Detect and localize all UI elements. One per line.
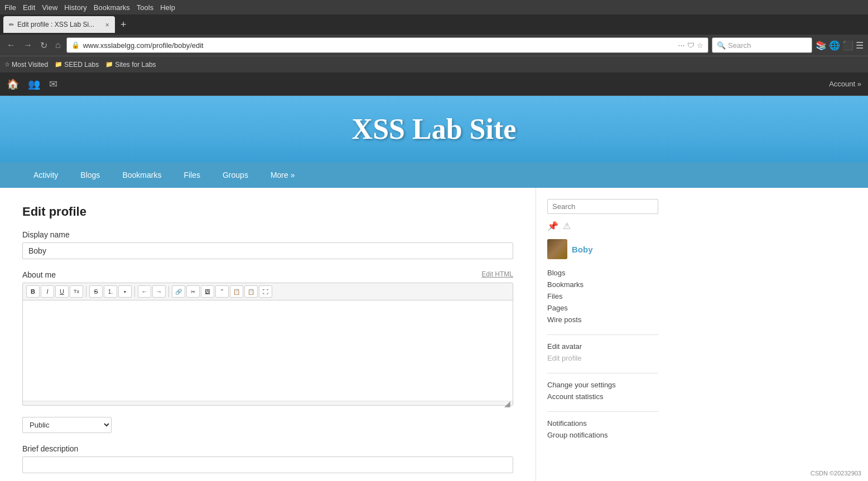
sidebar-user: Boby (547, 239, 658, 259)
rte-body[interactable] (23, 300, 513, 401)
nav-bookmarks[interactable]: Bookmarks (111, 162, 172, 188)
nav-activity[interactable]: Activity (22, 162, 69, 188)
browser-nav-bar: ← → ↻ ⌂ 🔒 www.xsslabelgg.com/profile/bob… (0, 35, 868, 56)
sidebar-link-edit-avatar[interactable]: Edit avatar (547, 341, 658, 352)
warning-icon[interactable]: ⚠ (563, 221, 571, 231)
sidebar-link-bookmarks[interactable]: Bookmarks (547, 279, 658, 290)
rte-toolbar: B I U Tx S 1. • ← → 🔗 ✂ 🖼 " 📋 (23, 283, 513, 300)
nav-groups[interactable]: Groups (211, 162, 259, 188)
sidebar-toggle-icon[interactable]: ⬛ (842, 40, 853, 51)
menu-file[interactable]: File (4, 3, 16, 12)
sync-icon[interactable]: 🌐 (829, 40, 840, 51)
sidebar-link-files[interactable]: Files (547, 290, 658, 302)
bookmark-sites-for-labs-label: Sites for Labs (115, 61, 156, 69)
sidebar-search-input[interactable] (547, 199, 658, 214)
reader-icon[interactable]: ⋯ (678, 41, 685, 50)
rte-strikethrough-button[interactable]: S (89, 285, 103, 298)
avatar (547, 239, 567, 259)
sidebar-link-blogs[interactable]: Blogs (547, 267, 658, 279)
sidebar-icons: 📌 ⚠ (547, 221, 658, 231)
footer-text: CSDN ©20232903 (811, 470, 861, 477)
rte-bold-button[interactable]: B (26, 285, 40, 298)
bookmark-star-icon[interactable]: ☆ (697, 41, 703, 50)
folder-icon: 📁 (55, 61, 62, 68)
about-me-privacy-group: Public Friends Private (22, 417, 513, 433)
bookmark-seed-labs[interactable]: 📁 SEED Labs (55, 61, 99, 69)
rte-container: B I U Tx S 1. • ← → 🔗 ✂ 🖼 " 📋 (22, 283, 513, 406)
nav-blogs[interactable]: Blogs (69, 162, 111, 188)
site-toolbar: 🏠 👥 ✉ Account » (0, 72, 868, 96)
address-bar-icons: ⋯ 🛡 ☆ (678, 41, 703, 50)
menu-history[interactable]: History (64, 3, 86, 12)
back-button[interactable]: ← (4, 39, 18, 51)
rte-redo-button[interactable]: → (152, 285, 166, 298)
menu-help[interactable]: Help (160, 3, 175, 12)
account-button[interactable]: Account » (829, 80, 861, 88)
sidebar-edit-links: Edit avatar Edit profile (547, 341, 658, 364)
pin-icon[interactable]: 📌 (547, 221, 558, 231)
sidebar-link-pages[interactable]: Pages (547, 302, 658, 314)
rte-resize-handle[interactable]: ◢ (23, 401, 513, 405)
menu-view[interactable]: View (42, 3, 57, 12)
edit-html-link[interactable]: Edit HTML (481, 270, 513, 278)
rte-unlink-button[interactable]: ✂ (186, 285, 200, 298)
search-icon: 🔍 (717, 41, 726, 50)
nav-files[interactable]: Files (172, 162, 211, 188)
rte-link-button[interactable]: 🔗 (172, 285, 185, 298)
sidebar: 📌 ⚠ Boby Blogs Bookmarks Files Pages Wir… (536, 188, 669, 481)
address-bar[interactable]: 🔒 www.xsslabelgg.com/profile/boby/edit ⋯… (66, 37, 708, 53)
menu-icon[interactable]: ☰ (856, 40, 864, 51)
display-name-input[interactable] (22, 242, 513, 259)
rte-image-button[interactable]: 🖼 (201, 285, 214, 298)
rte-italic-button[interactable]: I (41, 285, 54, 298)
sidebar-link-group-notifications[interactable]: Group notifications (547, 429, 658, 441)
sidebar-username[interactable]: Boby (572, 245, 593, 254)
about-me-privacy-select[interactable]: Public Friends Private (22, 417, 112, 433)
sidebar-link-edit-profile[interactable]: Edit profile (547, 352, 658, 364)
sidebar-link-account-stats[interactable]: Account statistics (547, 391, 658, 402)
site-toolbar-icons: 🏠 👥 ✉ (7, 78, 57, 90)
refresh-button[interactable]: ↻ (38, 39, 50, 52)
brief-desc-input[interactable] (22, 456, 513, 473)
forward-button[interactable]: → (21, 39, 35, 51)
users-icon[interactable]: 👥 (28, 78, 40, 90)
mail-icon[interactable]: ✉ (49, 78, 57, 90)
rte-underline-button[interactable]: U (55, 285, 69, 298)
home-site-icon[interactable]: 🏠 (7, 78, 19, 90)
brief-desc-label: Brief description (22, 444, 513, 453)
display-name-group: Display name (22, 230, 513, 259)
bookmarks-bar: ☆ Most Visited 📁 SEED Labs 📁 Sites for L… (0, 56, 868, 72)
rte-clear-format-button[interactable]: Tx (70, 285, 83, 298)
about-me-group: About me Edit HTML B I U Tx S 1. • ← → (22, 270, 513, 406)
rte-quote-button[interactable]: " (215, 285, 229, 298)
rte-fullscreen-button[interactable]: ⛶ (259, 285, 272, 298)
home-button[interactable]: ⌂ (53, 39, 63, 51)
sidebar-divider-3 (547, 411, 658, 412)
rte-paste-button[interactable]: 📋 (244, 285, 258, 298)
menu-tools[interactable]: Tools (137, 3, 153, 12)
library-icon[interactable]: 📚 (816, 40, 827, 51)
bookmark-most-visited[interactable]: ☆ Most Visited (4, 61, 48, 69)
close-tab-button[interactable]: × (105, 21, 109, 29)
new-tab-button[interactable]: + (117, 19, 130, 31)
sidebar-notification-links: Notifications Group notifications (547, 417, 658, 441)
pocket-icon[interactable]: 🛡 (687, 41, 695, 50)
browser-search-box[interactable]: 🔍 Search (712, 37, 812, 53)
rte-copy-button[interactable]: 📋 (230, 285, 243, 298)
url-text: www.xsslabelgg.com/profile/boby/edit (83, 41, 674, 50)
active-tab[interactable]: ✏ Edit profile : XSS Lab Si... × (3, 16, 115, 33)
nav-more[interactable]: More » (259, 162, 306, 188)
bookmark-sites-for-labs[interactable]: 📁 Sites for Labs (105, 61, 156, 69)
sidebar-link-wire-posts[interactable]: Wire posts (547, 314, 658, 325)
sidebar-profile-links: Blogs Bookmarks Files Pages Wire posts (547, 267, 658, 325)
menu-bookmarks[interactable]: Bookmarks (94, 3, 130, 12)
rte-undo-button[interactable]: ← (138, 285, 151, 298)
avatar-image (547, 239, 567, 259)
sidebar-link-notifications[interactable]: Notifications (547, 417, 658, 429)
menu-edit[interactable]: Edit (23, 3, 35, 12)
rte-ordered-list-button[interactable]: 1. (104, 285, 117, 298)
browser-menu-bar: File Edit View History Bookmarks Tools H… (0, 0, 868, 14)
brief-desc-group: Brief description (22, 444, 513, 473)
sidebar-link-change-settings[interactable]: Change your settings (547, 379, 658, 391)
rte-unordered-list-button[interactable]: • (118, 285, 132, 298)
